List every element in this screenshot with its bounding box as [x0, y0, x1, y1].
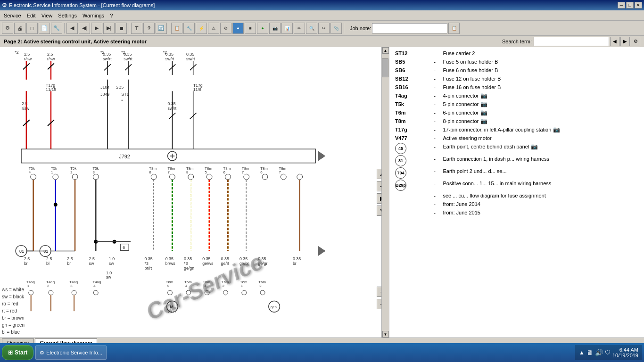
svg-rect-52	[21, 149, 315, 163]
vertical-scrollbar[interactable]: ▲ ▼	[381, 47, 389, 337]
svg-text:ST1: ST1	[121, 92, 129, 97]
svg-text:*2: *2	[163, 50, 167, 55]
scroll-up-arrow[interactable]: ▲	[382, 47, 389, 54]
component-row: V477 - Active steering motor	[393, 134, 640, 142]
taskbar-app-item[interactable]: ⚙ Electronic Service Info...	[35, 346, 107, 360]
scroll-down-arrow[interactable]: ▼	[382, 331, 389, 337]
tb-btn-help[interactable]: ?	[143, 23, 155, 34]
tray-antivirus-icon[interactable]: 🛡	[605, 349, 611, 356]
svg-text:2: 2	[70, 170, 72, 174]
svg-point-82	[31, 174, 36, 180]
tb-btn-prev-first[interactable]: ◀|	[79, 23, 90, 34]
svg-point-91	[244, 174, 249, 180]
camera-icon[interactable]: 📷	[480, 101, 487, 107]
svg-text:sw: sw	[89, 261, 94, 266]
tb-btn-next-last[interactable]: ▶|	[103, 23, 115, 34]
menu-warnings[interactable]: Warnings	[80, 12, 107, 19]
tray-icon-1[interactable]: ▲	[579, 349, 585, 356]
clock-time: 6:44 AM	[612, 347, 638, 353]
tb-btn-b[interactable]: 🔧	[183, 23, 195, 34]
comp-dash: -	[432, 134, 441, 142]
job-note-input[interactable]	[372, 23, 447, 33]
comp-desc: from: June 2015	[441, 208, 640, 217]
tb-btn-d[interactable]: ⚠	[208, 23, 219, 34]
tb-btn-1[interactable]: ⚙	[2, 23, 13, 34]
menu-view[interactable]: View	[39, 12, 56, 19]
minimize-button[interactable]: ─	[618, 2, 625, 8]
svg-text:2.5: 2.5	[46, 256, 52, 261]
legend-item-bl: bl = blue	[2, 329, 25, 336]
tb-btn-prev-page[interactable]: ◀	[66, 23, 78, 34]
svg-text:br/rt: br/rt	[144, 266, 152, 271]
tb-btn-tool[interactable]: 🔧	[51, 23, 62, 34]
tb-btn-e[interactable]: ⚙	[220, 23, 231, 34]
comp-dash: -	[432, 91, 441, 100]
tb-btn-job[interactable]: 📋	[448, 23, 460, 34]
tb-btn-c[interactable]: ⚡	[196, 23, 207, 34]
comp-dash: -	[432, 100, 441, 108]
component-row: T17g - 17-pin connector, in left A-pilla…	[393, 125, 640, 134]
svg-point-83	[53, 174, 58, 180]
svg-text:7: 7	[242, 170, 244, 174]
comp-dash: -	[432, 167, 441, 179]
tb-btn-i[interactable]: 📷	[269, 23, 281, 34]
svg-point-173	[72, 290, 76, 295]
menu-service[interactable]: Service	[1, 12, 24, 19]
svg-text:6: 6	[223, 170, 226, 174]
close-button[interactable]: ✕	[635, 2, 642, 8]
maximize-button[interactable]: □	[626, 2, 634, 8]
camera-icon[interactable]: 📷	[480, 92, 487, 99]
svg-text:br/ws: br/ws	[165, 261, 176, 266]
svg-text:sw/rt: sw/rt	[124, 57, 132, 61]
svg-text:J792: J792	[119, 154, 130, 159]
tb-btn-open[interactable]: 📄	[39, 23, 50, 34]
menu-edit[interactable]: Edit	[24, 12, 39, 19]
comp-dash: -	[432, 108, 441, 117]
svg-text:*2: *2	[15, 50, 18, 55]
taskbar-app-label: Electronic Service Info...	[46, 350, 102, 355]
tb-btn-m[interactable]: ✂	[318, 23, 330, 34]
svg-text:4: 4	[29, 170, 31, 174]
tb-btn-print[interactable]: 🖨	[14, 23, 25, 34]
tray-network-icon[interactable]: 🖥	[586, 349, 593, 356]
scroll-thumb[interactable]	[382, 58, 388, 77]
search-input[interactable]	[534, 37, 609, 46]
tb-btn-k[interactable]: ✏	[294, 23, 305, 34]
tb-btn-f[interactable]: ●	[232, 23, 244, 34]
tb-btn-l[interactable]: 🔍	[306, 23, 317, 34]
tb-btn-g[interactable]: ■	[245, 23, 256, 34]
tb-btn-next[interactable]: ▶	[91, 23, 102, 34]
tb-btn-refresh[interactable]: 🔄	[156, 23, 167, 34]
menu-help[interactable]: ?	[107, 12, 116, 19]
component-row: T6m - 6-pin connector📷	[393, 108, 640, 117]
svg-point-176	[186, 290, 191, 295]
tb-btn-a[interactable]: 📋	[171, 23, 182, 34]
camera-icon[interactable]: 📷	[553, 126, 560, 133]
circuit-diagram: 2.5 r/sw *2 2.5 r/sw 0.35 sw/rt *2 0.35 …	[0, 47, 368, 316]
menu-settings[interactable]: Settings	[55, 12, 80, 19]
tb-btn-stop[interactable]: ⏹	[116, 23, 127, 34]
tb-btn-h[interactable]: ●	[257, 23, 268, 34]
start-button[interactable]: ⊞ Start	[2, 345, 33, 360]
camera-icon[interactable]: 📷	[480, 109, 487, 116]
legend-item-br: br = brown	[2, 314, 25, 321]
job-note-label: Job note:	[350, 25, 371, 31]
svg-text:r/sw: r/sw	[47, 57, 55, 61]
tb-btn-new[interactable]: □	[26, 23, 38, 34]
camera-icon[interactable]: 📷	[480, 118, 487, 124]
search-next-button[interactable]: ▶	[620, 37, 630, 46]
tb-btn-n[interactable]: 📎	[330, 23, 342, 34]
comp-desc: 5-pin connector📷	[441, 100, 640, 108]
system-tray: ▲ 🖥 🔊 🛡 6:44 AM 10/19/2019	[575, 345, 642, 360]
tray-volume-icon[interactable]: 🔊	[595, 349, 603, 356]
svg-point-88	[188, 174, 194, 180]
svg-text:0.35: 0.35	[165, 256, 173, 261]
comp-desc: Fuse 6 on fuse holder B	[441, 66, 640, 74]
camera-icon[interactable]: 📷	[531, 143, 538, 150]
search-prev-button[interactable]: ◀	[610, 37, 619, 46]
comp-dash: -	[432, 142, 441, 155]
search-options-button[interactable]: ⚙	[631, 37, 640, 46]
tb-btn-j[interactable]: 📊	[281, 23, 293, 34]
toolbar: ⚙ 🖨 □ 📄 🔧 ◀ ◀| ▶ ▶| ⏹ T ? 🔄 📋 🔧 ⚡ ⚠ ⚙ ● …	[0, 21, 644, 36]
tb-btn-text[interactable]: T	[131, 23, 142, 34]
